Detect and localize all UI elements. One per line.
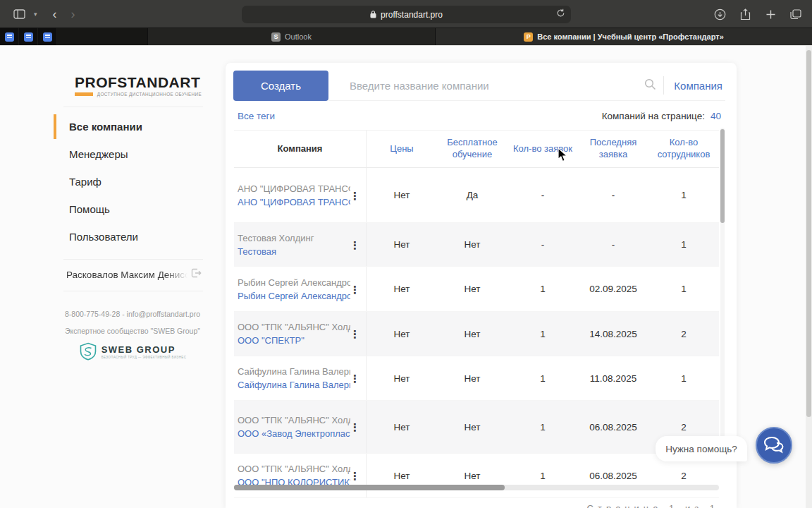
sidebar-item-1[interactable]: Менеджеры [54, 140, 211, 168]
company-link[interactable]: Сайфулина Галина Валерье... [238, 380, 350, 390]
table-row[interactable]: Сайфулина Галина Валерье... Сайфулина Га… [234, 356, 719, 401]
company-holding-name: ООО "ТПК "АЛЬЯНС" Холди... [238, 415, 350, 425]
horizontal-scrollbar-thumb[interactable] [234, 485, 505, 490]
table-row[interactable]: ООО "ТПК "АЛЬЯНС" Холди... ООО «Завод Эл… [234, 401, 719, 454]
column-header-requests[interactable]: Кол-во заявок [508, 131, 578, 167]
table-row[interactable]: Рыбин Сергей Александро... Рыбин Сергей … [234, 267, 719, 312]
card-toolbar: Создать Компания [226, 63, 737, 101]
company-holding-name: ООО "ТПК "АЛЬЯНС" Холди... [238, 322, 350, 332]
page-content: PROFSTANDART ДОСТУПНОЕ ДИСТАНЦИОННОЕ ОБУ… [0, 45, 812, 508]
last-request-cell: - [578, 239, 648, 250]
downloads-icon[interactable] [712, 6, 727, 22]
new-tab-icon[interactable] [763, 6, 778, 22]
chat-tooltip: Нужна помощь? [656, 436, 747, 461]
sidebar-item-label: Помощь [69, 203, 110, 215]
last-request-cell: 06.08.2025 [578, 471, 648, 481]
company-cell: АНО "ЦИФРОВАЯ ТРАНСФ... АНО "ЦИФРОВАЯ ТР… [234, 168, 367, 222]
requests-count-cell: 1 [508, 329, 578, 339]
column-header-free-training[interactable]: Бесплатное обучение [437, 131, 508, 167]
company-cell: Сайфулина Галина Валерье... Сайфулина Га… [234, 356, 367, 400]
all-tags-link[interactable]: Все теги [238, 111, 275, 121]
tab-outlook[interactable]: S Outlook [148, 28, 436, 45]
row-menu-icon[interactable]: ⋮ [350, 422, 360, 433]
lock-icon [370, 11, 376, 18]
sidebar-item-2[interactable]: Тариф [54, 168, 211, 195]
doc-icon [43, 32, 52, 42]
window-scrollbar[interactable] [806, 46, 812, 508]
window-scrollbar-thumb[interactable] [806, 50, 811, 417]
search-icon[interactable] [644, 78, 656, 93]
user-name: Расковалов Максим Денисович [66, 270, 187, 280]
user-row: Расковалов Максим Денисович [66, 267, 202, 282]
table-row[interactable]: ООО "ТПК "АЛЬЯНС" Холди... ООО "НПО КОЛО… [234, 454, 719, 498]
back-icon[interactable]: ‹ [53, 8, 57, 20]
row-menu-icon[interactable]: ⋮ [350, 471, 360, 481]
per-page-value[interactable]: 40 [710, 111, 721, 121]
prices-cell: Нет [367, 422, 437, 433]
table-scrollbar-thumb[interactable] [720, 129, 725, 223]
sidebar-item-0[interactable]: Все компании [54, 113, 211, 140]
sweb-logo: SWEB GROUP БЕЗОПАСНЫЙ ТРУД — ЭФФЕКТИВНЫЙ… [54, 342, 211, 361]
pagination-partial: Страница 1 из 1 [587, 503, 719, 508]
pinned-tab-docs-3[interactable] [38, 28, 57, 45]
free-training-cell: Нет [437, 329, 508, 339]
company-cell: ООО "ТПК "АЛЬЯНС" Холди... ООО "СПЕКТР" … [234, 312, 367, 356]
horizontal-scrollbar[interactable] [234, 485, 719, 490]
sidebar: PROFSTANDART ДОСТУПНОЕ ДИСТАНЦИОННОЕ ОБУ… [54, 63, 211, 361]
create-button[interactable]: Создать [233, 71, 328, 101]
column-header-company: Компания [234, 131, 367, 167]
company-cell: Рыбин Сергей Александро... Рыбин Сергей … [234, 267, 367, 311]
company-link[interactable]: АНО "ЦИФРОВАЯ ТРАНСФ... [238, 197, 350, 207]
row-menu-icon[interactable]: ⋮ [350, 190, 360, 200]
tab-active-label: Все компании | Учебный центр «Профстанда… [537, 32, 724, 41]
sidebar-item-4[interactable]: Пользователи [54, 223, 211, 250]
search-input[interactable] [328, 80, 644, 92]
doc-icon [24, 32, 33, 42]
sidebar-item-label: Тариф [69, 176, 102, 188]
company-link[interactable]: Рыбин Сергей Александро... [238, 291, 350, 301]
sidebar-item-label: Все компании [69, 121, 142, 133]
prices-cell: Нет [367, 471, 437, 481]
last-request-cell: 11.08.2025 [578, 373, 648, 384]
reload-icon[interactable] [556, 8, 565, 20]
employees-count-cell: 1 [648, 284, 719, 294]
sidebar-nav: Все компанииМенеджерыТарифПомощьПользова… [54, 113, 211, 250]
table-row[interactable]: АНО "ЦИФРОВАЯ ТРАНСФ... АНО "ЦИФРОВАЯ ТР… [234, 168, 719, 223]
company-link[interactable]: ООО "СПЕКТР" [238, 335, 350, 346]
app-logo: PROFSTANDART ДОСТУПНОЕ ДИСТАНЦИОННОЕ ОБУ… [54, 63, 211, 97]
row-menu-icon[interactable]: ⋮ [350, 284, 360, 294]
row-menu-icon[interactable]: ⋮ [350, 373, 360, 384]
chat-button[interactable] [756, 427, 792, 464]
sidebar-toggle-icon[interactable] [11, 6, 27, 22]
table-row[interactable]: ООО "ТПК "АЛЬЯНС" Холди... ООО "СПЕКТР" … [234, 312, 719, 356]
free-training-cell: Нет [437, 239, 508, 250]
employees-count-cell: 2 [648, 329, 719, 339]
company-link[interactable]: ООО «Завод Электропласт» [238, 428, 350, 439]
column-header-employees[interactable]: Кол-во сотрудников [648, 131, 719, 167]
divider [63, 259, 203, 260]
row-menu-icon[interactable]: ⋮ [350, 329, 360, 339]
company-holding-name: Сайфулина Галина Валерье... [238, 366, 350, 377]
companies-table: Компания Цены Бесплатное обучение Кол-во… [234, 130, 719, 498]
address-bar[interactable]: proffstandart.pro [242, 6, 571, 23]
pinned-tab-docs-1[interactable] [0, 28, 19, 45]
table-body: АНО "ЦИФРОВАЯ ТРАНСФ... АНО "ЦИФРОВАЯ ТР… [234, 168, 719, 498]
sidebar-item-3[interactable]: Помощь [54, 195, 211, 223]
company-link[interactable]: Тестовая [238, 246, 350, 257]
divider [63, 107, 203, 107]
sidebar-item-label: Менеджеры [69, 148, 128, 160]
browser-toolbar: ▾ ‹ › proffstandart.pro [0, 0, 812, 28]
share-icon[interactable] [737, 6, 753, 22]
tab-overview-icon[interactable] [788, 6, 804, 22]
entity-select[interactable]: Компания [674, 80, 725, 92]
tab-active-profstandart[interactable]: P Все компании | Учебный центр «Профстан… [436, 28, 812, 45]
sidebar-caret-icon[interactable]: ▾ [34, 11, 37, 18]
logout-icon[interactable] [190, 267, 202, 282]
column-header-last-request[interactable]: Последняя заявка [578, 131, 648, 167]
pinned-tab-docs-2[interactable] [19, 28, 38, 45]
table-row[interactable]: Тестовая Холдинг Тестовая ⋮ Нет Нет - - … [234, 223, 719, 267]
row-menu-icon[interactable]: ⋮ [350, 239, 360, 250]
table-scrollbar[interactable] [720, 128, 725, 452]
requests-count-cell: 1 [508, 284, 578, 294]
column-header-prices[interactable]: Цены [367, 131, 437, 167]
